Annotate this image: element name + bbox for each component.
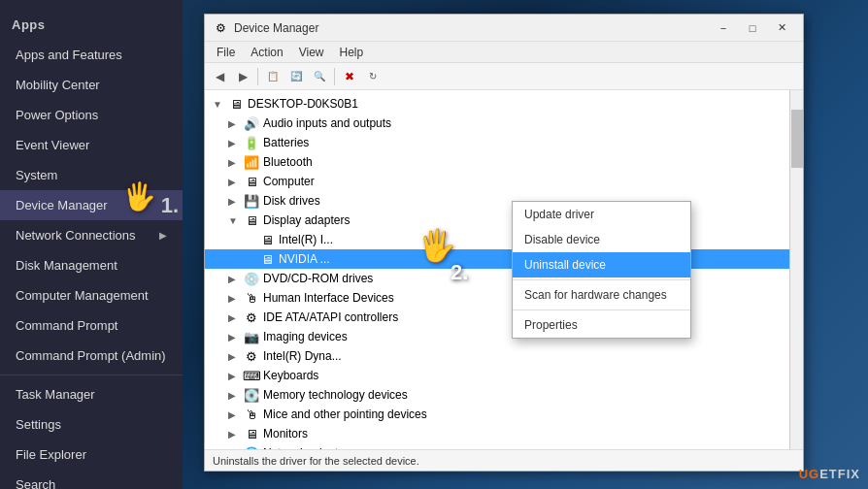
item-label: Memory technology devices bbox=[263, 388, 408, 402]
scrollbar[interactable] bbox=[789, 90, 803, 449]
toolbar-refresh[interactable]: ↻ bbox=[362, 66, 384, 87]
item-label: Intel(R) Dyna... bbox=[263, 349, 342, 363]
apps-section-label: Apps bbox=[0, 10, 183, 40]
sidebar-item-label: Device Manager bbox=[16, 198, 108, 212]
tree-item-mice[interactable]: ▶ 🖱 Mice and other pointing devices bbox=[205, 405, 789, 424]
expander-icon: ▶ bbox=[228, 274, 244, 284]
tree-item-computer-node[interactable]: ▶ 🖥 Computer bbox=[205, 172, 789, 191]
sidebar-item-network[interactable]: Network Connections ▶ bbox=[0, 220, 183, 250]
tree-item-computer[interactable]: ▼ 🖥 DESKTOP-D0KS0B1 bbox=[205, 94, 789, 114]
toolbar-properties[interactable]: 📋 bbox=[262, 66, 284, 87]
sidebar-item-disk[interactable]: Disk Management bbox=[0, 250, 183, 280]
maximize-button[interactable]: □ bbox=[739, 17, 766, 39]
step1-badge: 1. bbox=[161, 193, 179, 218]
tree-item-bluetooth[interactable]: ▶ 📶 Bluetooth bbox=[205, 152, 789, 172]
expander-icon: ▶ bbox=[228, 332, 244, 342]
sidebar-item-settings[interactable]: Settings bbox=[0, 409, 183, 440]
tree-item-disk[interactable]: ▶ 💾 Disk drives bbox=[205, 191, 789, 211]
expander-icon: ▶ bbox=[228, 177, 244, 187]
window-statusbar: Uninstalls the driver for the selected d… bbox=[205, 449, 803, 471]
imaging-icon: 📷 bbox=[244, 329, 259, 344]
device-tree[interactable]: ▼ 🖥 DESKTOP-D0KS0B1 ▶ 🔊 Audio inputs and… bbox=[205, 90, 789, 449]
item-label: Display adapters bbox=[263, 213, 350, 227]
expander-icon: ▶ bbox=[228, 351, 244, 362]
tree-item-monitors[interactable]: ▶ 🖥 Monitors bbox=[205, 424, 789, 443]
sidebar-item-apps-features[interactable]: Apps and Features bbox=[0, 40, 183, 70]
sidebar-item-cmd-admin[interactable]: Command Prompt (Admin) bbox=[0, 341, 183, 371]
tree-item-intel-dyn[interactable]: ▶ ⚙ Intel(R) Dyna... bbox=[205, 346, 789, 366]
toolbar-scan[interactable]: 🔍 bbox=[309, 66, 330, 87]
menu-action[interactable]: Action bbox=[243, 44, 290, 61]
ide-icon: ⚙ bbox=[244, 310, 259, 325]
hid-icon: 🖱 bbox=[244, 290, 259, 306]
item-label: Imaging devices bbox=[263, 330, 348, 343]
ctx-scan-hardware[interactable]: Scan for hardware changes bbox=[513, 282, 690, 308]
tree-item-memory[interactable]: ▶ 💽 Memory technology devices bbox=[205, 385, 789, 405]
item-label: Intel(R) I... bbox=[279, 233, 333, 246]
sidebar-item-label: Command Prompt bbox=[16, 318, 117, 333]
item-label: DVD/CD-ROM drives bbox=[263, 272, 373, 285]
item-label: Monitors bbox=[263, 427, 308, 440]
tree-item-keyboards[interactable]: ▶ ⌨ Keyboards bbox=[205, 366, 789, 385]
context-menu: Update driver Disable device Uninstall d… bbox=[512, 201, 691, 339]
item-label: Disk drives bbox=[263, 194, 320, 208]
batteries-icon: 🔋 bbox=[244, 135, 259, 150]
ctx-separator2 bbox=[513, 310, 690, 310]
ctx-uninstall-device[interactable]: Uninstall device bbox=[513, 252, 690, 277]
toolbar-forward[interactable]: ▶ bbox=[232, 66, 253, 87]
watermark-suffix: ETFIX bbox=[819, 467, 860, 481]
menu-view[interactable]: View bbox=[291, 44, 332, 61]
toolbar-sep1 bbox=[257, 68, 258, 85]
window-toolbar: ◀ ▶ 📋 🔄 🔍 ✖ ↻ bbox=[205, 63, 803, 90]
sidebar-item-mobility[interactable]: Mobility Center bbox=[0, 70, 183, 100]
sidebar-item-label: Event Viewer bbox=[16, 138, 89, 152]
sidebar-item-device-manager[interactable]: Device Manager 1. bbox=[0, 190, 183, 220]
sidebar-item-label: System bbox=[16, 168, 57, 182]
tree-item-imaging[interactable]: ▶ 📷 Imaging devices bbox=[205, 327, 789, 346]
sidebar-item-label: Computer Management bbox=[16, 288, 149, 303]
item-label: Computer bbox=[263, 175, 315, 188]
close-button[interactable]: ✕ bbox=[768, 17, 795, 39]
tree-item-nvidia-gpu[interactable]: 🖥 NVIDIA ... bbox=[205, 249, 789, 269]
sidebar-item-file-explorer[interactable]: File Explorer bbox=[0, 440, 183, 470]
expander-icon: ▶ bbox=[228, 390, 244, 401]
sidebar-item-system[interactable]: System bbox=[0, 160, 183, 190]
ctx-disable-device[interactable]: Disable device bbox=[513, 227, 690, 252]
sidebar-item-cmd[interactable]: Command Prompt bbox=[0, 310, 183, 341]
item-label: Keyboards bbox=[263, 369, 318, 382]
tree-item-audio[interactable]: ▶ 🔊 Audio inputs and outputs bbox=[205, 114, 789, 133]
toolbar-back[interactable]: ◀ bbox=[209, 66, 230, 87]
tree-item-dvd[interactable]: ▶ 💿 DVD/CD-ROM drives bbox=[205, 269, 789, 288]
scrollbar-thumb[interactable] bbox=[791, 110, 803, 168]
expander-icon: ▼ bbox=[213, 99, 228, 110]
tree-item-hid[interactable]: ▶ 🖱 Human Interface Devices bbox=[205, 288, 789, 308]
expander-icon: ▶ bbox=[228, 312, 244, 323]
toolbar-remove[interactable]: ✖ bbox=[339, 66, 360, 87]
sidebar-item-computer-mgmt[interactable]: Computer Management bbox=[0, 280, 183, 310]
minimize-button[interactable]: − bbox=[710, 17, 737, 39]
expander-icon bbox=[244, 254, 259, 265]
sidebar-item-search[interactable]: Search bbox=[0, 470, 183, 489]
menu-file[interactable]: File bbox=[209, 44, 243, 61]
expander-icon: ▶ bbox=[228, 138, 244, 148]
item-label: Audio inputs and outputs bbox=[263, 116, 391, 130]
tree-item-ide[interactable]: ▶ ⚙ IDE ATA/ATAPI controllers bbox=[205, 308, 789, 327]
sidebar-item-label: Disk Management bbox=[16, 258, 117, 273]
tree-item-display[interactable]: ▼ 🖥 Display adapters bbox=[205, 211, 789, 230]
tree-item-intel-gpu[interactable]: 🖥 Intel(R) I... bbox=[205, 230, 789, 249]
start-menu: Apps Apps and Features Mobility Center P… bbox=[0, 0, 183, 489]
sidebar-item-task-manager[interactable]: Task Manager bbox=[0, 379, 183, 409]
window-icon: ⚙ bbox=[213, 20, 228, 36]
sidebar-item-power[interactable]: Power Options bbox=[0, 100, 183, 130]
toolbar-update[interactable]: 🔄 bbox=[285, 66, 307, 87]
ctx-separator bbox=[513, 279, 690, 280]
menu-divider bbox=[0, 375, 183, 375]
menu-help[interactable]: Help bbox=[332, 44, 372, 61]
sidebar-item-label: File Explorer bbox=[16, 447, 86, 462]
sidebar-item-event[interactable]: Event Viewer bbox=[0, 130, 183, 160]
computer-icon: 🖥 bbox=[228, 96, 244, 112]
item-label: Bluetooth bbox=[263, 155, 313, 169]
ctx-update-driver[interactable]: Update driver bbox=[513, 202, 690, 227]
ctx-properties[interactable]: Properties bbox=[513, 312, 690, 338]
tree-item-batteries[interactable]: ▶ 🔋 Batteries bbox=[205, 133, 789, 152]
